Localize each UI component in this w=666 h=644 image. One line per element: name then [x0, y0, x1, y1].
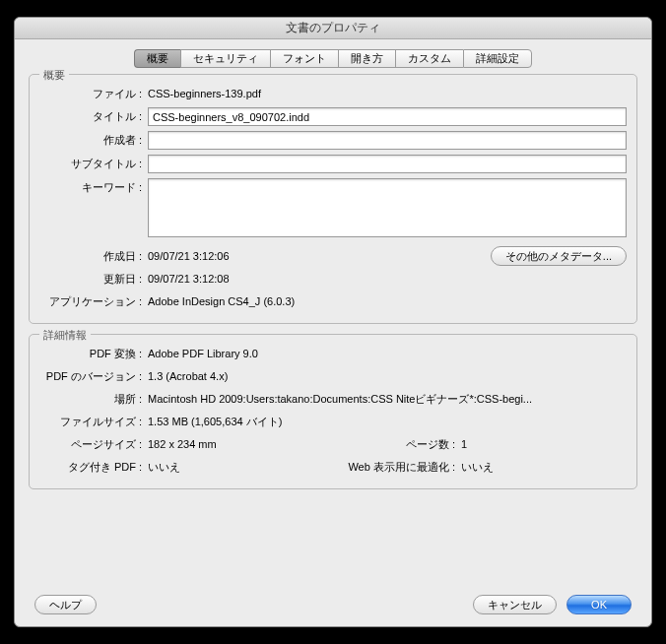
- filesize-value: 1.53 MB (1,605,634 バイト): [148, 413, 627, 430]
- keywords-input[interactable]: [148, 178, 627, 237]
- subject-label: サブタイトル :: [39, 155, 148, 172]
- pagecount-value: 1: [461, 435, 627, 453]
- file-label: ファイル :: [39, 85, 148, 102]
- app-value: Adobe InDesign CS4_J (6.0.3): [148, 292, 627, 310]
- location-label: 場所 :: [39, 390, 148, 408]
- tab-custom[interactable]: カスタム: [395, 49, 463, 68]
- subject-input[interactable]: [148, 155, 627, 173]
- tagged-label: タグ付き PDF :: [39, 458, 148, 476]
- more-metadata-button[interactable]: その他のメタデータ...: [491, 246, 627, 266]
- author-input[interactable]: [148, 131, 627, 150]
- producer-value: Adobe PDF Library 9.0: [148, 345, 627, 362]
- created-label: 作成日 :: [39, 247, 148, 265]
- tab-advanced[interactable]: 詳細設定: [463, 49, 532, 68]
- title-label: タイトル :: [39, 107, 148, 125]
- pagecount-label: ページ数 :: [333, 435, 461, 453]
- ok-button[interactable]: OK: [566, 595, 632, 614]
- fastweb-label: Web 表示用に最適化 :: [333, 458, 461, 476]
- tab-overview[interactable]: 概要: [134, 49, 180, 68]
- tab-fonts[interactable]: フォント: [270, 49, 338, 68]
- overview-group: 概要 ファイル : CSS-beginners-139.pdf タイトル : 作…: [29, 74, 637, 324]
- file-value: CSS-beginners-139.pdf: [148, 85, 627, 102]
- author-label: 作成者 :: [39, 131, 148, 149]
- tagged-value: いいえ: [148, 458, 333, 476]
- details-group: 詳細情報 PDF 変換 : Adobe PDF Library 9.0 PDF …: [29, 334, 637, 489]
- producer-label: PDF 変換 :: [39, 345, 148, 362]
- version-value: 1.3 (Acrobat 4.x): [148, 367, 627, 385]
- pagesize-value: 182 x 234 mm: [148, 435, 333, 453]
- pagesize-label: ページサイズ :: [39, 435, 148, 453]
- modified-label: 更新日 :: [39, 270, 148, 288]
- tab-security[interactable]: セキュリティ: [180, 49, 270, 68]
- fastweb-value: いいえ: [461, 458, 627, 476]
- button-bar: ヘルプ キャンセル OK: [29, 591, 637, 616]
- tab-bar: 概要 セキュリティ フォント 開き方 カスタム 詳細設定: [29, 49, 637, 68]
- location-value: Macintosh HD 2009:Users:takano:Documents…: [148, 390, 627, 408]
- keywords-label: キーワード :: [39, 178, 148, 196]
- title-input[interactable]: [148, 107, 627, 126]
- window-title: 文書のプロパティ: [286, 20, 380, 36]
- titlebar: 文書のプロパティ: [15, 18, 651, 39]
- overview-legend: 概要: [39, 68, 69, 83]
- dialog-window: 文書のプロパティ 概要 セキュリティ フォント 開き方 カスタム 詳細設定 概要…: [14, 17, 652, 627]
- help-button[interactable]: ヘルプ: [34, 595, 97, 614]
- modified-value: 09/07/21 3:12:08: [148, 270, 627, 288]
- filesize-label: ファイルサイズ :: [39, 413, 148, 430]
- cancel-button[interactable]: キャンセル: [473, 595, 557, 614]
- content-area: 概要 セキュリティ フォント 開き方 カスタム 詳細設定 概要 ファイル : C…: [15, 39, 651, 626]
- tab-initialview[interactable]: 開き方: [338, 49, 395, 68]
- version-label: PDF のバージョン :: [39, 367, 148, 385]
- details-legend: 詳細情報: [39, 328, 91, 343]
- app-label: アプリケーション :: [39, 292, 148, 310]
